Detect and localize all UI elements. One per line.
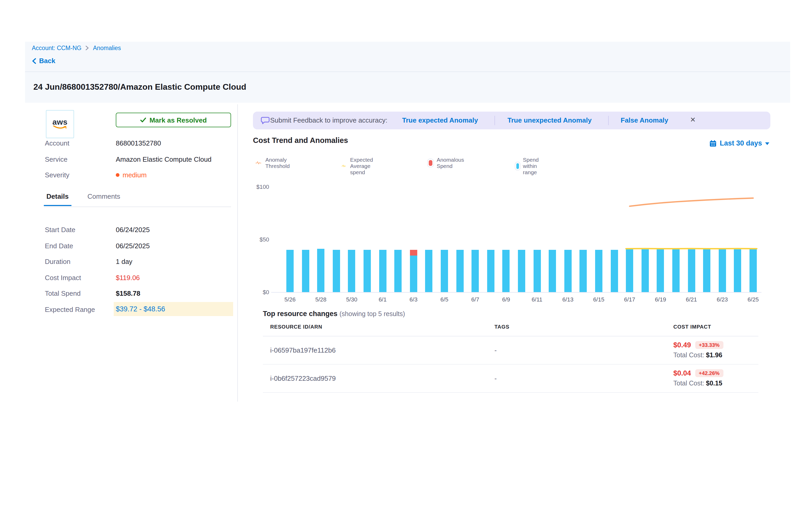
title-bar: 24 Jun/868001352780/Amazon Elastic Compu… [25,72,790,103]
bar-5-28[interactable] [317,249,324,292]
x-axis-tick-6-11: 6/11 [526,296,548,303]
column-cost-impact: COST IMPACT [673,324,711,330]
banner-close-icon[interactable]: ✕ [690,116,696,124]
cost-impact-cell: $0.04+42.26%Total Cost: $0.15 [673,368,723,387]
detail-label-expected-range: Expected Range [45,306,95,314]
feedback-option-true-unexpected-anomaly[interactable]: True unexpected Anomaly [508,116,592,124]
total-cost-label: Total Cost: [673,380,706,387]
detail-label-start-date: Start Date [45,226,75,234]
y-axis-tick: $50 [253,236,269,243]
breadcrumb-account-link[interactable]: Account: CCM-NG [32,45,81,51]
resource-tags: - [494,375,497,382]
bar-6-17[interactable] [626,250,633,292]
bar-6-25[interactable] [749,250,757,292]
column-resource-id: RESOURCE ID/ARN [270,324,322,330]
total-cost-label: Total Cost: [673,352,706,359]
x-axis-tick-6-1: 6/1 [371,296,394,303]
bar-anomalous-6-3[interactable] [410,250,417,255]
bar-6-12[interactable] [549,250,556,292]
impact-value: $0.04 [673,369,691,377]
impact-value: $0.49 [673,341,691,349]
resources-subtitle-text: (showing top 5 results) [340,310,405,318]
x-axis-tick-6-9: 6/9 [495,296,518,303]
bar-6-16[interactable] [610,250,618,292]
bar-6-24[interactable] [734,250,741,292]
feedback-banner: Submit Feedback to improve accuracy: ✕ T… [253,112,771,129]
y-axis-tick: $100 [253,184,269,190]
x-axis-tick-6-23: 6/23 [711,296,734,303]
column-tags: TAGS [494,324,509,330]
bar-6-4[interactable] [425,250,433,292]
bar-6-3[interactable] [410,255,417,292]
info-value-severity: medium [116,171,147,179]
back-chevron-icon [32,58,37,64]
resolve-button-label: Mark as Resolved [149,116,207,124]
x-axis-tick-6-5: 6/5 [433,296,456,303]
bar-6-14[interactable] [580,250,587,292]
breadcrumb-anomalies-link[interactable]: Anomalies [93,45,121,51]
period-selector[interactable]: Last 30 days [709,139,769,147]
detail-value-duration: 1 day [116,258,132,265]
bar-6-5[interactable] [441,250,448,292]
bar-6-15[interactable] [595,250,603,292]
bar-6-2[interactable] [394,250,402,292]
bar-6-10[interactable] [518,250,525,292]
bar-6-7[interactable] [472,250,479,292]
bar-5-26[interactable] [286,250,293,292]
tabs-divider [44,207,231,207]
x-axis-tick-6-19: 6/19 [649,296,672,303]
bar-6-11[interactable] [533,250,540,292]
y-axis-tick: $0 [253,289,269,295]
aws-smile-icon [52,125,68,130]
bar-5-31[interactable] [363,250,371,292]
resources-title: Top resource changes [263,310,338,318]
bar-6-8[interactable] [487,250,494,292]
tab-comments[interactable]: Comments [85,192,123,206]
mark-as-resolved-button[interactable]: Mark as Resolved [116,113,231,127]
tab-details[interactable]: Details [44,192,71,206]
feedback-option-false-anomaly[interactable]: False Anomaly [621,116,668,124]
detail-value-expected-range: $39.72 - $48.56 [114,302,233,316]
resource-id-link[interactable]: i-0b6f257223cad9579 [270,375,336,382]
detail-value-total-spend: $158.78 [116,290,140,298]
bar-5-30[interactable] [348,250,356,292]
legend-item-anomalous-spend: Anomalous Spend [429,156,466,169]
breadcrumb: Account: CCM-NG Anomalies [32,45,121,51]
breadcrumb-chevron-icon [85,45,89,51]
bar-6-1[interactable] [379,250,386,292]
aws-provider-badge: aws [46,110,74,138]
legend-label: Anomaly Threshold [265,156,293,169]
detail-label-duration: Duration [45,258,71,265]
bar-6-13[interactable] [564,250,572,292]
bar-6-20[interactable] [672,250,680,292]
bar-6-6[interactable] [456,250,463,292]
table-header-row: RESOURCE ID/ARN TAGS COST IMPACT [263,320,758,337]
bar-6-21[interactable] [688,250,695,292]
feedback-banner-text: Submit Feedback to improve accuracy: [270,116,387,124]
bar-6-19[interactable] [657,250,664,292]
resource-id-link[interactable]: i-06597ba197fe112b6 [270,346,336,354]
calendar-icon [709,139,717,147]
x-axis-tick-6-21: 6/21 [680,296,703,303]
severity-dot [116,173,119,177]
info-label-account: Account [45,139,69,147]
banner-divider [494,116,495,125]
table-row: i-06597ba197fe112b6-$0.49+33.33%Total Co… [263,337,758,365]
resources-section-title: Top resource changes (showing top 5 resu… [263,310,405,318]
anomaly-summary-panel: aws Mark as Resolved Account868001352780… [25,103,237,403]
bar-5-29[interactable] [333,250,340,292]
bar-6-22[interactable] [703,250,710,292]
back-button[interactable]: Back [32,57,55,65]
feedback-option-true-expected-anomaly[interactable]: True expected Anomaly [402,116,478,124]
info-value-account: 868001352780 [116,139,161,147]
bar-6-18[interactable] [642,250,649,292]
x-axis-tick-5-28: 5/28 [309,296,332,303]
bar-6-23[interactable] [719,250,726,292]
feedback-bubble-icon [261,117,270,125]
legend-swatch-icon [516,163,519,169]
chevron-down-icon [765,142,769,145]
bar-5-27[interactable] [302,250,309,292]
detail-label-cost-impact: Cost Impact [45,274,81,282]
x-axis-tick-6-3: 6/3 [402,296,425,303]
bar-6-9[interactable] [502,250,510,292]
